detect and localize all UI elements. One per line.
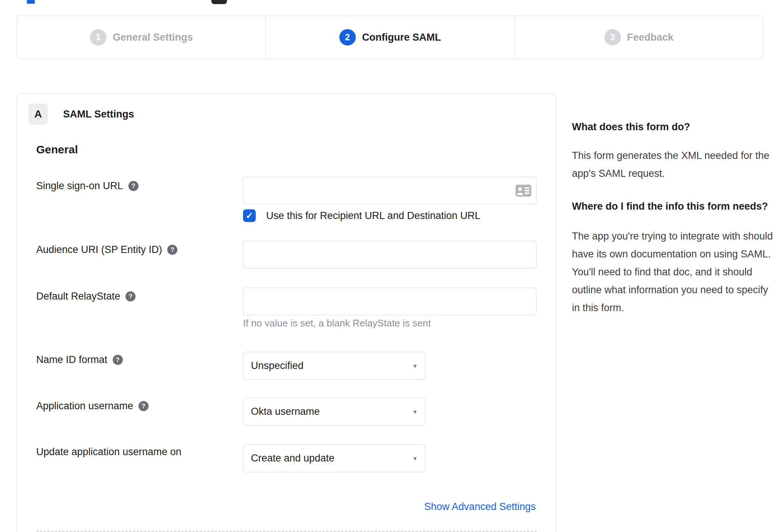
- sso-url-help-icon[interactable]: ?: [128, 181, 139, 191]
- help-heading-2: Where do I find the info this form needs…: [572, 198, 777, 215]
- audience-uri-label: Audience URI (SP Entity ID): [36, 244, 162, 256]
- general-heading: General: [36, 143, 78, 156]
- update-app-username-value: Create and update: [251, 453, 335, 464]
- sso-url-input-wrap: [243, 177, 536, 204]
- section-a-badge: A: [28, 104, 48, 125]
- step-3-label: Feedback: [627, 32, 674, 43]
- step-2-label: Configure SAML: [362, 32, 441, 43]
- relay-state-input[interactable]: [243, 288, 536, 315]
- cutoff-blue-artifact: [27, 0, 35, 4]
- section-dashed-divider: [36, 531, 537, 532]
- step-feedback[interactable]: 3 Feedback: [514, 16, 763, 59]
- step-3-badge: 3: [604, 29, 621, 46]
- step-2-badge: 2: [339, 29, 356, 46]
- help-sidebar: What does this form do? This form genera…: [572, 119, 777, 317]
- help-heading-1: What does this form do?: [572, 119, 777, 135]
- name-id-format-value: Unspecified: [251, 360, 304, 372]
- app-username-help-icon[interactable]: ?: [139, 401, 149, 411]
- app-username-value: Okta username: [251, 406, 320, 417]
- recipient-url-checkbox-label: Use this for Recipient URL and Destinati…: [266, 210, 480, 222]
- audience-uri-input-wrap: [243, 241, 536, 269]
- relay-state-help-icon[interactable]: ?: [125, 291, 136, 301]
- checkmark-icon: ✓: [246, 210, 253, 221]
- cutoff-dark-artifact: [211, 0, 227, 4]
- sso-url-label: Single sign-on URL: [36, 180, 123, 192]
- relay-state-label-row: Default RelayState ?: [36, 291, 136, 302]
- help-paragraph-1: This form generates the XML needed for t…: [572, 147, 777, 182]
- audience-uri-help-icon[interactable]: ?: [167, 245, 177, 255]
- app-username-label: Application username: [36, 400, 133, 412]
- update-app-username-select[interactable]: Create and update ▾: [243, 444, 425, 472]
- relay-state-label: Default RelayState: [36, 291, 120, 302]
- recipient-url-checkbox-row: ✓ Use this for Recipient URL and Destina…: [243, 209, 480, 222]
- step-configure-saml[interactable]: 2 Configure SAML: [265, 16, 514, 59]
- chevron-down-icon: ▾: [413, 408, 417, 416]
- show-advanced-settings-link[interactable]: Show Advanced Settings: [424, 501, 536, 513]
- chevron-down-icon: ▾: [413, 362, 417, 370]
- step-general-settings[interactable]: 1 General Settings: [17, 16, 265, 59]
- update-app-username-label-row: Update application username on: [36, 446, 181, 458]
- app-username-label-row: Application username ?: [36, 400, 149, 412]
- saml-settings-panel: A SAML Settings General Single sign-on U…: [17, 93, 556, 532]
- step-1-label: General Settings: [113, 32, 193, 43]
- relay-state-input-wrap: [243, 288, 536, 315]
- name-id-format-select[interactable]: Unspecified ▾: [243, 352, 425, 380]
- audience-uri-input[interactable]: [243, 241, 536, 269]
- recipient-url-checkbox[interactable]: ✓: [243, 209, 256, 222]
- audience-uri-label-row: Audience URI (SP Entity ID) ?: [36, 244, 177, 256]
- sso-url-input[interactable]: [243, 177, 536, 204]
- relay-state-hint: If no value is set, a blank RelayState i…: [243, 317, 431, 329]
- sso-url-label-row: Single sign-on URL ?: [36, 180, 139, 192]
- chevron-down-icon: ▾: [413, 454, 417, 463]
- name-id-format-label-row: Name ID format ?: [36, 354, 123, 366]
- section-title: SAML Settings: [63, 109, 134, 120]
- update-app-username-label: Update application username on: [36, 446, 181, 458]
- name-id-format-help-icon[interactable]: ?: [113, 355, 123, 365]
- app-username-select[interactable]: Okta username ▾: [243, 398, 425, 426]
- wizard-stepper: 1 General Settings 2 Configure SAML 3 Fe…: [17, 16, 763, 59]
- contact-card-icon[interactable]: [516, 185, 531, 197]
- name-id-format-label: Name ID format: [36, 354, 108, 366]
- step-1-badge: 1: [90, 29, 106, 46]
- help-paragraph-2: The app you're trying to integrate with …: [572, 227, 777, 317]
